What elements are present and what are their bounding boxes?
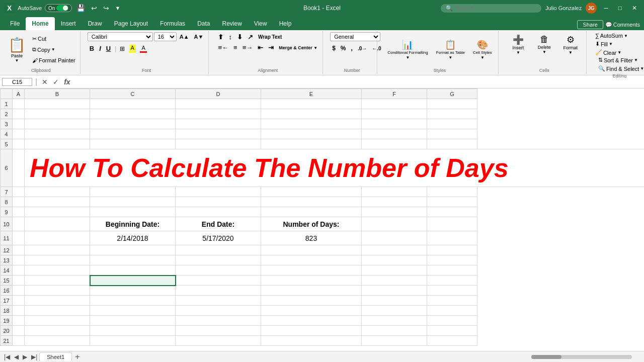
nav-next-sheet-icon[interactable]: ▶ [21,353,29,360]
comments-button[interactable]: 💬 Comments [605,22,640,28]
redo-icon[interactable]: ↪ [102,4,111,12]
cell-g7[interactable] [427,187,477,197]
autosum-dropdown-icon[interactable]: ▼ [624,34,628,38]
col-header-b[interactable]: B [25,89,90,99]
merge-dropdown-icon[interactable]: ▼ [313,46,317,50]
cell-b4[interactable] [25,129,90,139]
h-scroll-track[interactable] [531,355,632,359]
cell-c3[interactable] [90,119,176,129]
cell-b3[interactable] [25,119,90,129]
cell-b11[interactable] [25,231,90,245]
bold-button[interactable]: B [88,44,96,53]
formula-input[interactable] [74,78,642,86]
col-header-e[interactable]: E [261,89,362,99]
cell-f10[interactable] [362,217,427,231]
customize-icon[interactable]: ▼ [114,5,121,11]
cut-button[interactable]: ✂ Cut [31,35,77,43]
cell-g4[interactable] [427,129,477,139]
font-name-select[interactable]: Calibri [88,32,153,41]
col-header-a[interactable]: A [13,89,25,99]
tab-home[interactable]: Home [26,17,54,30]
cell-d1[interactable] [176,99,261,109]
align-bottom-button[interactable]: ⬇ [235,32,245,42]
cell-c8[interactable] [90,197,176,207]
maximize-icon[interactable]: □ [615,5,625,12]
align-top-button[interactable]: ⬆ [216,32,225,42]
tab-review[interactable]: Review [216,17,248,30]
cell-d7[interactable] [176,187,261,197]
cell-e7[interactable] [261,187,362,197]
cell-d8[interactable] [176,197,261,207]
cancel-formula-icon[interactable]: ✕ [40,78,49,86]
cell-f4[interactable] [362,129,427,139]
paste-button[interactable]: 📋 Paste ▼ [5,35,29,65]
horizontal-scrollbar[interactable] [83,355,642,359]
cell-a2[interactable] [13,109,25,119]
cell-e3[interactable] [261,119,362,129]
tab-file[interactable]: File [4,17,26,30]
increase-indent-button[interactable]: ⇥ [266,43,276,52]
cell-d11-end-date-val[interactable]: 5/17/2020 [176,231,261,245]
autosave-toggle[interactable]: On [45,4,72,12]
tab-help[interactable]: Help [273,17,298,30]
tab-view[interactable]: View [248,17,273,30]
col-header-g[interactable]: G [427,89,477,99]
delete-dropdown-icon[interactable]: ▼ [542,50,546,54]
cell-b2[interactable] [25,109,90,119]
cell-b5[interactable] [25,139,90,149]
sort-filter-button[interactable]: ⇅ Sort & Filter ▼ [597,56,644,64]
increase-font-button[interactable]: A▲ [178,33,191,41]
confirm-formula-icon[interactable]: ✓ [51,78,60,86]
number-format-select[interactable]: General [330,32,380,41]
cell-a6[interactable] [13,149,25,187]
cf-dropdown-icon[interactable]: ▼ [406,55,410,60]
currency-button[interactable]: $ [330,44,338,53]
undo-icon[interactable]: ↩ [90,4,99,12]
copy-dropdown-icon[interactable]: ▼ [51,47,55,52]
paste-dropdown-icon[interactable]: ▼ [15,58,19,63]
cell-title[interactable]: How To Calculate The Number of Days [25,149,645,187]
cell-f8[interactable] [362,197,427,207]
cell-c9[interactable] [90,207,176,217]
wrap-text-button[interactable]: Wrap Text [256,33,284,41]
cell-d2[interactable] [176,109,261,119]
add-sheet-button[interactable]: + [72,352,83,361]
cell-d10-end-date[interactable]: End Date: [176,217,261,231]
nav-first-sheet-icon[interactable]: |◀ [2,353,12,360]
percent-button[interactable]: % [339,44,348,53]
cell-f2[interactable] [362,109,427,119]
minimize-icon[interactable]: ─ [601,5,611,12]
underline-button[interactable]: U [104,44,113,53]
cell-f5[interactable] [362,139,427,149]
cell-g10[interactable] [427,217,477,231]
cell-a10[interactable] [13,217,25,231]
format-button[interactable]: ⚙ Format ▼ [558,32,583,57]
tab-data[interactable]: Data [191,17,216,30]
nav-prev-sheet-icon[interactable]: ◀ [12,353,21,360]
delete-button[interactable]: 🗑 Delete ▼ [532,32,557,56]
clear-dropdown-icon[interactable]: ▼ [617,50,621,55]
cell-c1[interactable] [90,99,176,109]
cell-a5[interactable] [13,139,25,149]
border-color-button[interactable]: ⊞ [118,45,126,53]
cell-g2[interactable] [427,109,477,119]
cell-g8[interactable] [427,197,477,207]
cell-e5[interactable] [261,139,362,149]
format-painter-button[interactable]: 🖌 Format Painter [31,57,77,64]
cell-b10[interactable] [25,217,90,231]
font-size-select[interactable]: 16 [154,32,177,41]
cell-f11[interactable] [362,231,427,245]
ft-dropdown-icon[interactable]: ▼ [448,55,452,60]
sheet-tab-sheet1[interactable]: Sheet1 [39,352,72,361]
copy-button[interactable]: ⧉ Copy ▼ [31,46,77,53]
align-right-button[interactable]: ≡→ [240,43,255,52]
tab-insert[interactable]: Insert [55,17,82,30]
cell-a9[interactable] [13,207,25,217]
col-header-d[interactable]: D [176,89,261,99]
align-middle-button[interactable]: ↕ [226,32,234,42]
merge-center-button[interactable]: Merge & Center ▼ [277,44,319,51]
cell-e1[interactable] [261,99,362,109]
comma-button[interactable]: , [349,44,355,53]
format-as-table-button[interactable]: 📋 Format as Table ▼ [433,37,468,62]
increase-decimal-button[interactable]: .0→ [356,45,369,52]
